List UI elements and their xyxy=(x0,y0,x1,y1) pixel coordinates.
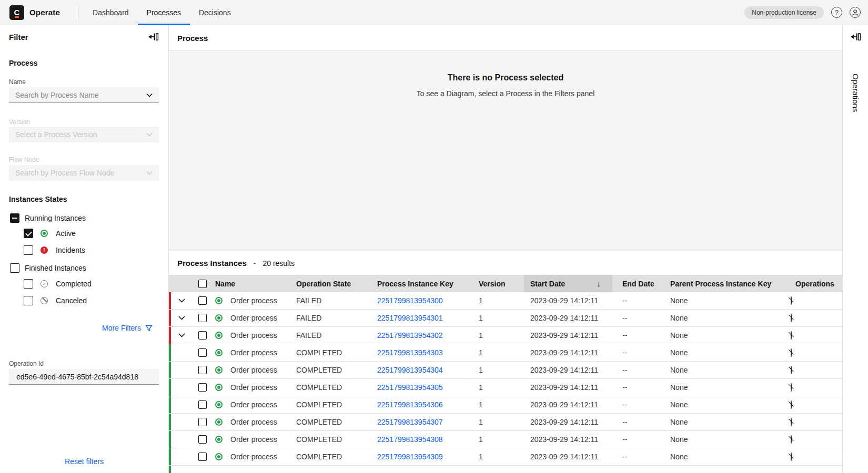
cancel-operation-icon[interactable] xyxy=(791,435,792,444)
incident-state-icon: ! xyxy=(41,246,48,254)
end-date: -- xyxy=(612,453,660,461)
table-row[interactable]: Order process COMPLETED 2251799813954304… xyxy=(169,362,842,379)
cancel-operation-icon[interactable] xyxy=(791,296,792,305)
active-state-icon xyxy=(215,418,223,426)
parent-process-instance-key: None xyxy=(660,331,785,340)
process-instance-key-link[interactable]: 2251799813954301 xyxy=(377,314,443,322)
completed-checkbox[interactable] xyxy=(24,279,33,289)
end-date: -- xyxy=(612,400,660,409)
operation-id-input[interactable] xyxy=(9,369,159,385)
row-checkbox[interactable] xyxy=(198,366,207,374)
expand-chevron-icon[interactable] xyxy=(178,316,185,320)
instances-table-header: Name Operation State Process Instance Ke… xyxy=(169,275,842,292)
row-state-stripe xyxy=(169,327,171,344)
column-header-name[interactable]: Name xyxy=(212,280,296,288)
topbar-divider xyxy=(78,6,78,19)
operation-state: COMPLETED xyxy=(296,435,377,444)
cancel-operation-icon[interactable] xyxy=(791,314,792,322)
row-checkbox[interactable] xyxy=(198,383,207,392)
row-checkbox[interactable] xyxy=(198,314,207,322)
table-row[interactable]: Order process COMPLETED 2251799813954306… xyxy=(169,396,842,414)
cancel-operation-icon[interactable] xyxy=(791,383,792,392)
filters-panel-title: Filter xyxy=(9,33,28,42)
flow-node-placeholder: Search by Process Flow Node xyxy=(15,169,114,177)
running-instances-checkbox[interactable] xyxy=(10,213,19,223)
row-checkbox[interactable] xyxy=(198,296,207,305)
row-checkbox[interactable] xyxy=(198,400,207,409)
collapse-panel-icon[interactable] xyxy=(147,33,159,41)
column-header-process-instance-key[interactable]: Process Instance Key xyxy=(377,280,479,288)
expand-chevron-icon[interactable] xyxy=(178,299,185,303)
operation-state: FAILED xyxy=(296,296,377,305)
expand-operations-panel-icon[interactable] xyxy=(850,33,861,41)
cancel-operation-icon[interactable] xyxy=(791,366,792,374)
table-row[interactable]: Order process COMPLETED 2251799813954305… xyxy=(169,379,842,396)
row-checkbox[interactable] xyxy=(198,435,207,444)
more-filters-button[interactable]: More Filters xyxy=(102,324,153,332)
column-header-parent-key[interactable]: Parent Process Instance Key xyxy=(660,280,785,288)
reset-filters-button[interactable]: Reset filters xyxy=(0,457,168,466)
help-icon[interactable]: ? xyxy=(831,7,842,18)
operations-rail-label: Operations xyxy=(851,74,860,112)
empty-state-subtitle: To see a Diagram, select a Process in th… xyxy=(417,89,595,98)
cancel-operation-icon[interactable] xyxy=(791,418,792,426)
process-instance-key-link[interactable]: 2251799813954306 xyxy=(377,400,443,409)
table-row[interactable]: Order process COMPLETED 2251799813954307… xyxy=(169,414,842,431)
table-row[interactable]: Order process FAILED 2251799813954301 1 … xyxy=(169,310,842,327)
state-item-finished-instances: Finished Instances xyxy=(10,261,86,275)
state-label: Canceled xyxy=(56,296,87,305)
column-header-operations[interactable]: Operations xyxy=(785,280,842,288)
row-checkbox[interactable] xyxy=(198,331,207,340)
parent-process-instance-key: None xyxy=(660,453,785,461)
select-all-checkbox[interactable] xyxy=(198,280,207,288)
active-state-icon xyxy=(215,401,223,408)
canceled-checkbox[interactable] xyxy=(24,296,33,305)
user-profile-icon[interactable] xyxy=(850,7,861,18)
process-instance-key-link[interactable]: 2251799813954307 xyxy=(377,418,443,426)
cancel-operation-icon[interactable] xyxy=(791,453,792,461)
row-checkbox[interactable] xyxy=(198,418,207,426)
partial-row xyxy=(169,466,842,473)
process-name-placeholder: Search by Process Name xyxy=(15,91,99,99)
table-row[interactable]: Order process COMPLETED 2251799813954309… xyxy=(169,448,842,466)
row-state-stripe xyxy=(169,292,171,309)
canceled-state-icon xyxy=(41,297,48,304)
flow-node-combobox[interactable]: Search by Process Flow Node xyxy=(9,165,159,181)
cancel-operation-icon[interactable] xyxy=(791,331,792,340)
table-row[interactable]: Order process COMPLETED 2251799813954308… xyxy=(169,431,842,448)
column-header-version[interactable]: Version xyxy=(479,280,524,288)
process-instance-key-link[interactable]: 2251799813954308 xyxy=(377,435,443,444)
expand-chevron-icon[interactable] xyxy=(178,333,185,337)
instances-separator: - xyxy=(254,259,256,268)
tab-processes[interactable]: Processes xyxy=(138,0,190,25)
process-instance-key-link[interactable]: 2251799813954302 xyxy=(377,331,443,340)
row-checkbox[interactable] xyxy=(198,453,207,461)
process-instance-key-link[interactable]: 2251799813954309 xyxy=(377,453,443,461)
active-checkbox[interactable] xyxy=(24,229,33,238)
process-instance-key-link[interactable]: 2251799813954304 xyxy=(377,366,443,374)
finished-instances-checkbox[interactable] xyxy=(10,263,19,273)
tab-decisions[interactable]: Decisions xyxy=(190,0,240,25)
cancel-operation-icon[interactable] xyxy=(791,348,792,357)
table-row[interactable]: Order process COMPLETED 2251799813954303… xyxy=(169,344,842,362)
active-state-icon xyxy=(215,436,223,443)
column-header-end-date[interactable]: End Date xyxy=(612,280,660,288)
column-header-start-date[interactable]: Start Date ↓ xyxy=(524,275,612,292)
process-name: Order process xyxy=(230,383,277,392)
process-instance-key-link[interactable]: 2251799813954300 xyxy=(377,296,443,305)
row-checkbox[interactable] xyxy=(198,348,207,357)
process-instance-key-link[interactable]: 2251799813954303 xyxy=(377,348,443,357)
process-version-combobox[interactable]: Select a Process Version xyxy=(9,127,159,142)
incidents-checkbox[interactable] xyxy=(24,245,33,255)
cancel-operation-icon[interactable] xyxy=(791,400,792,409)
end-date: -- xyxy=(612,314,660,322)
process-instance-key-link[interactable]: 2251799813954305 xyxy=(377,383,443,392)
table-row[interactable]: Order process FAILED 2251799813954302 1 … xyxy=(169,327,842,344)
operation-state: COMPLETED xyxy=(296,348,377,357)
process-name-combobox[interactable]: Search by Process Name xyxy=(9,87,159,103)
column-header-operation-state[interactable]: Operation State xyxy=(296,280,377,288)
main-nav: Dashboard Processes Decisions xyxy=(84,0,240,25)
tab-dashboard[interactable]: Dashboard xyxy=(84,0,138,25)
table-row[interactable]: Order process FAILED 2251799813954300 1 … xyxy=(169,292,842,310)
operation-state: COMPLETED xyxy=(296,383,377,392)
